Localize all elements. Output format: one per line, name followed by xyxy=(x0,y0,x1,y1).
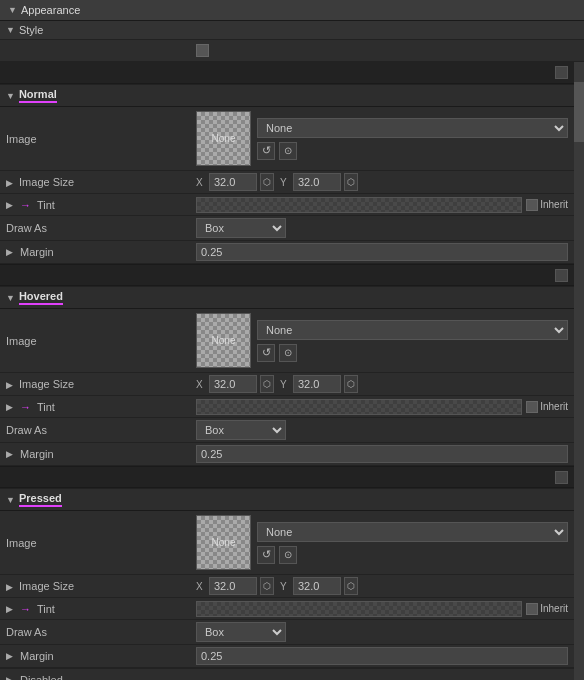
style-value-row xyxy=(0,40,584,62)
normal-image-label: Image xyxy=(6,133,196,145)
pressed-inherit-box[interactable] xyxy=(526,603,538,615)
appearance-panel: ▼ Appearance ▼ Style ▼ Normal Imag xyxy=(0,0,584,680)
pressed-image-row: Image None None ↺ ⊙ xyxy=(0,511,574,575)
normal-y-field: Y ⬡ xyxy=(280,173,358,191)
normal-tint-expand: ▶ xyxy=(6,200,13,210)
hovered-tint-controls: Inherit xyxy=(196,399,568,415)
pressed-collapse-icon: ▼ xyxy=(6,495,15,505)
pressed-image-size-row: ▶ Image Size X ⬡ Y ⬡ xyxy=(0,575,574,598)
pressed-image-dropdown[interactable]: None xyxy=(257,522,568,542)
pressed-margin-input[interactable] xyxy=(196,647,568,665)
pressed-reset-btn[interactable]: ↺ xyxy=(257,546,275,564)
hovered-draw-dropdown[interactable]: Box xyxy=(196,420,286,440)
pressed-image-none: None xyxy=(212,537,236,548)
pressed-y-input[interactable] xyxy=(293,577,341,595)
scrollbar-track[interactable] xyxy=(574,62,584,680)
hovered-image-size-expand: ▶ xyxy=(6,380,13,390)
hovered-draw-row: Draw As Box xyxy=(0,418,574,443)
pressed-image-buttons: ↺ ⊙ xyxy=(257,546,568,564)
hovered-tint-label: ▶ → Tint xyxy=(6,401,196,413)
normal-image-controls: None ↺ ⊙ xyxy=(257,118,568,160)
hovered-tint-expand: ▶ xyxy=(6,402,13,412)
pressed-image-size-label: ▶ Image Size xyxy=(6,580,196,592)
hovered-inherit-checkbox[interactable]: Inherit xyxy=(526,401,568,413)
normal-xy-controls: X ⬡ Y ⬡ xyxy=(196,173,568,191)
normal-x-field: X ⬡ xyxy=(196,173,274,191)
hovered-image-controls: None ↺ ⊙ xyxy=(257,320,568,362)
pressed-image-size-expand: ▶ xyxy=(6,582,13,592)
hovered-tint-arrow: → xyxy=(20,401,31,413)
pressed-label: Pressed xyxy=(19,492,62,507)
pressed-x-input[interactable] xyxy=(209,577,257,595)
pressed-draw-row: Draw As Box xyxy=(0,620,574,645)
hovered-inherit-box[interactable] xyxy=(526,401,538,413)
pressed-tint-bar[interactable] xyxy=(196,601,522,617)
hovered-margin-label: ▶ Margin xyxy=(6,448,196,460)
pressed-tint-arrow: → xyxy=(20,603,31,615)
hovered-image-none: None xyxy=(212,335,236,346)
hovered-x-input[interactable] xyxy=(209,375,257,393)
normal-label: Normal xyxy=(19,88,57,103)
hovered-image-size-row: ▶ Image Size X ⬡ Y ⬡ xyxy=(0,373,574,396)
normal-tint-controls: Inherit xyxy=(196,197,568,213)
hovered-y-input[interactable] xyxy=(293,375,341,393)
normal-y-spin[interactable]: ⬡ xyxy=(344,173,358,191)
pressed-tint-controls: Inherit xyxy=(196,601,568,617)
pressed-dropdown-row: None xyxy=(257,522,568,542)
content-area: ▼ Normal Image None None ↺ ⊙ xyxy=(0,62,574,680)
normal-draw-controls: Box xyxy=(196,218,286,238)
hovered-margin-row: ▶ Margin xyxy=(0,443,574,466)
pressed-draw-dropdown[interactable]: Box xyxy=(196,622,286,642)
hovered-search-btn[interactable]: ⊙ xyxy=(279,344,297,362)
normal-x-input[interactable] xyxy=(209,173,257,191)
normal-top-square xyxy=(555,66,568,79)
disabled-row[interactable]: ▶ Disabled xyxy=(0,668,574,680)
normal-image-size-row: ▶ Image Size X ⬡ Y ⬡ xyxy=(0,171,574,194)
hovered-tint-bar[interactable] xyxy=(196,399,522,415)
normal-reset-btn[interactable]: ↺ xyxy=(257,142,275,160)
normal-draw-dropdown[interactable]: Box xyxy=(196,218,286,238)
hovered-image-buttons: ↺ ⊙ xyxy=(257,344,568,362)
panel-title: Appearance xyxy=(21,4,80,16)
normal-tint-bar[interactable] xyxy=(196,197,522,213)
normal-margin-input[interactable] xyxy=(196,243,568,261)
style-section-header[interactable]: ▼ Style xyxy=(0,21,584,40)
hovered-state-header[interactable]: ▼ Hovered xyxy=(0,286,574,309)
normal-top-bar xyxy=(0,62,574,84)
panel-collapse-icon[interactable]: ▼ xyxy=(8,5,17,15)
pressed-inherit-checkbox[interactable]: Inherit xyxy=(526,603,568,615)
pressed-state-header[interactable]: ▼ Pressed xyxy=(0,488,574,511)
hovered-reset-btn[interactable]: ↺ xyxy=(257,344,275,362)
normal-margin-row: ▶ Margin xyxy=(0,241,574,264)
hovered-y-spin[interactable]: ⬡ xyxy=(344,375,358,393)
normal-image-size-label: ▶ Image Size xyxy=(6,176,196,188)
pressed-x-spin[interactable]: ⬡ xyxy=(260,577,274,595)
hovered-x-spin[interactable]: ⬡ xyxy=(260,375,274,393)
pressed-tint-label: ▶ → Tint xyxy=(6,603,196,615)
pressed-image-label: Image xyxy=(6,537,196,549)
scrollbar-thumb[interactable] xyxy=(574,82,584,142)
disabled-label: ▶ Disabled xyxy=(6,674,63,681)
hovered-label: Hovered xyxy=(19,290,63,305)
normal-y-input[interactable] xyxy=(293,173,341,191)
normal-inherit-checkbox[interactable]: Inherit xyxy=(526,199,568,211)
pressed-y-spin[interactable]: ⬡ xyxy=(344,577,358,595)
normal-image-preview: None xyxy=(196,111,251,166)
hovered-image-dropdown[interactable]: None xyxy=(257,320,568,340)
hovered-x-field: X ⬡ xyxy=(196,375,274,393)
hovered-dropdown-row: None xyxy=(257,320,568,340)
normal-state-header[interactable]: ▼ Normal xyxy=(0,84,574,107)
pressed-y-label: Y xyxy=(280,581,290,592)
normal-x-spin[interactable]: ⬡ xyxy=(260,173,274,191)
hovered-top-bar xyxy=(0,264,574,286)
style-label: Style xyxy=(19,24,43,36)
normal-tint-label: ▶ → Tint xyxy=(6,199,196,211)
pressed-xy-controls: X ⬡ Y ⬡ xyxy=(196,577,568,595)
normal-search-btn[interactable]: ⊙ xyxy=(279,142,297,160)
style-value-square xyxy=(196,44,209,57)
pressed-search-btn[interactable]: ⊙ xyxy=(279,546,297,564)
normal-inherit-box[interactable] xyxy=(526,199,538,211)
hovered-margin-input[interactable] xyxy=(196,445,568,463)
scroll-area[interactable]: ▼ Normal Image None None ↺ ⊙ xyxy=(0,62,584,680)
normal-image-dropdown[interactable]: None xyxy=(257,118,568,138)
